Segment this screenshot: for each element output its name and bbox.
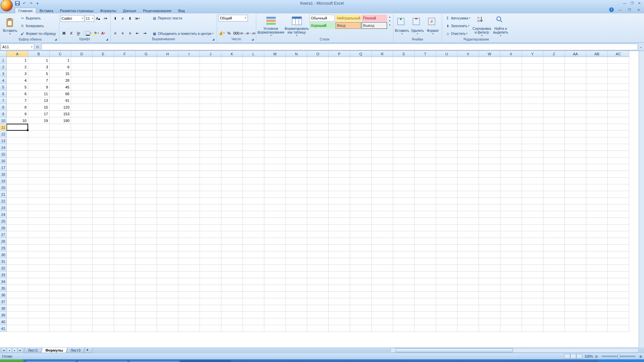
cell[interactable]	[372, 111, 393, 117]
cell[interactable]	[71, 151, 93, 158]
cell[interactable]	[372, 211, 393, 218]
cell[interactable]	[264, 198, 286, 204]
cell[interactable]	[71, 144, 93, 151]
cell[interactable]	[543, 218, 565, 225]
row-header[interactable]: 6	[0, 90, 7, 97]
cell[interactable]	[393, 137, 415, 144]
cell[interactable]	[565, 325, 586, 332]
cell[interactable]	[221, 137, 243, 144]
cell[interactable]	[114, 171, 136, 178]
cell[interactable]	[415, 64, 436, 70]
cell[interactable]	[264, 64, 286, 70]
cell[interactable]	[543, 164, 565, 171]
cell[interactable]	[522, 204, 543, 211]
cell[interactable]	[608, 90, 629, 97]
cell[interactable]	[93, 104, 114, 111]
cell[interactable]: 91	[50, 97, 71, 104]
styles-more-icon[interactable]: ▾	[388, 23, 392, 27]
cell[interactable]	[50, 265, 71, 272]
cell[interactable]	[136, 258, 157, 265]
decrease-indent-icon[interactable]: ⇤	[134, 30, 141, 37]
cell[interactable]	[136, 305, 157, 312]
cell[interactable]	[436, 151, 458, 158]
cell[interactable]	[221, 258, 243, 265]
cell[interactable]	[608, 84, 629, 90]
cell[interactable]	[522, 285, 543, 292]
cell[interactable]	[415, 131, 436, 137]
cell[interactable]: 4	[7, 77, 28, 84]
cell[interactable]	[286, 251, 307, 258]
cell[interactable]	[136, 117, 157, 124]
cell[interactable]	[264, 312, 286, 318]
cell[interactable]	[50, 305, 71, 312]
cell[interactable]	[114, 251, 136, 258]
cell[interactable]	[71, 198, 93, 204]
cell[interactable]	[393, 97, 415, 104]
cell[interactable]	[500, 144, 522, 151]
cell[interactable]	[586, 64, 608, 70]
cell[interactable]	[479, 178, 500, 184]
cell[interactable]	[243, 64, 264, 70]
cell[interactable]	[286, 312, 307, 318]
cell[interactable]	[479, 57, 500, 64]
cell[interactable]	[479, 77, 500, 84]
cell[interactable]	[372, 64, 393, 70]
cell[interactable]	[500, 251, 522, 258]
cell[interactable]	[436, 158, 458, 164]
cell[interactable]	[565, 251, 586, 258]
cell[interactable]	[264, 104, 286, 111]
cell[interactable]	[608, 285, 629, 292]
cell[interactable]	[500, 198, 522, 204]
column-header[interactable]: AA	[565, 51, 586, 57]
cell[interactable]	[307, 191, 329, 198]
cell[interactable]	[415, 144, 436, 151]
cell[interactable]	[458, 104, 479, 111]
cell[interactable]	[522, 151, 543, 158]
cell[interactable]	[329, 245, 350, 251]
cell[interactable]	[479, 204, 500, 211]
cell[interactable]	[608, 305, 629, 312]
cell[interactable]	[436, 70, 458, 77]
cell[interactable]	[458, 111, 479, 117]
cell[interactable]	[71, 184, 93, 191]
cell[interactable]	[136, 84, 157, 90]
cell[interactable]	[372, 191, 393, 198]
sheet-nav-next-icon[interactable]: ▸	[12, 348, 17, 353]
cell[interactable]	[286, 171, 307, 178]
cell[interactable]	[393, 151, 415, 158]
tab-review[interactable]: Рецензирование	[140, 8, 175, 13]
cell[interactable]	[307, 131, 329, 137]
cell[interactable]	[458, 64, 479, 70]
cell[interactable]	[50, 211, 71, 218]
cell[interactable]	[565, 171, 586, 178]
row-header[interactable]: 1	[0, 57, 7, 64]
cell[interactable]	[221, 84, 243, 90]
cell[interactable]	[264, 184, 286, 191]
cell[interactable]	[350, 211, 372, 218]
cell[interactable]	[286, 231, 307, 238]
cell[interactable]	[543, 191, 565, 198]
cell[interactable]	[243, 238, 264, 245]
cell[interactable]	[93, 225, 114, 231]
cell[interactable]	[286, 238, 307, 245]
cell[interactable]	[586, 312, 608, 318]
row-header[interactable]: 4	[0, 77, 7, 84]
cell[interactable]	[286, 124, 307, 131]
font-name-combo[interactable]: Calibri▾	[61, 15, 84, 22]
cell[interactable]	[264, 97, 286, 104]
cell[interactable]	[458, 218, 479, 225]
cell[interactable]	[500, 245, 522, 251]
cell[interactable]: 45	[50, 84, 71, 90]
cell[interactable]	[522, 90, 543, 97]
cell[interactable]	[307, 124, 329, 131]
cell[interactable]	[50, 137, 71, 144]
cell[interactable]	[436, 111, 458, 117]
cell[interactable]	[178, 171, 200, 178]
cell[interactable]	[200, 70, 221, 77]
cell[interactable]	[93, 131, 114, 137]
cell[interactable]	[415, 318, 436, 325]
cell[interactable]	[479, 90, 500, 97]
cell[interactable]	[608, 278, 629, 285]
column-header[interactable]: Y	[522, 51, 543, 57]
cell[interactable]	[608, 124, 629, 131]
